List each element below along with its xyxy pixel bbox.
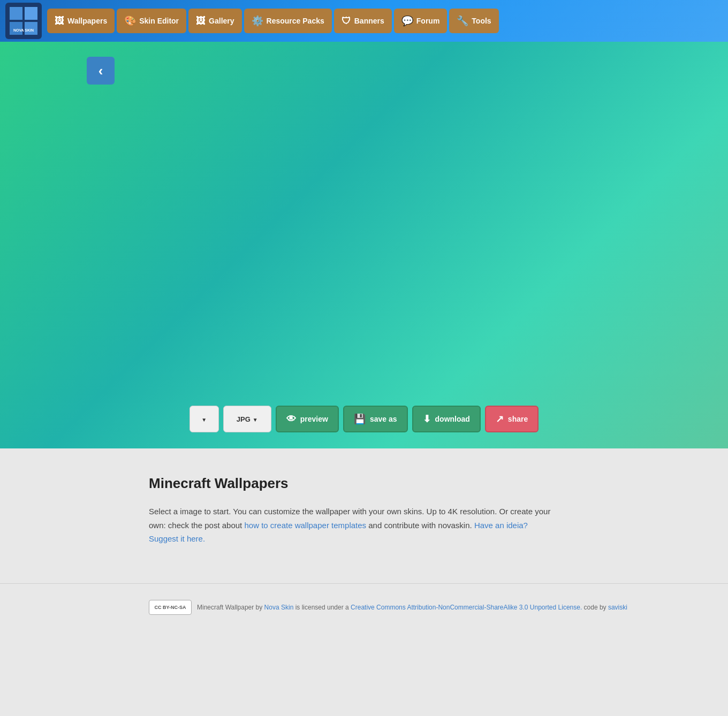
- format-selector[interactable]: JPG: [223, 406, 271, 432]
- desc-text-2: and contribute with novaskin.: [366, 521, 474, 530]
- format-label: JPG: [237, 415, 251, 423]
- nav-forum-label: Forum: [416, 17, 440, 25]
- footer: CC BY-NC-SA Minecraft Wallpaper by Nova …: [0, 583, 728, 631]
- cc-label: CC BY-NC-SA: [154, 605, 186, 610]
- nav-forum[interactable]: 💬 Forum: [394, 9, 448, 33]
- footer-suffix: code by: [582, 604, 608, 611]
- svg-rect-2: [25, 7, 37, 20]
- page-title: Minecraft Wallpapers: [149, 475, 289, 492]
- tools-icon: 🔧: [457, 15, 468, 27]
- share-button[interactable]: ↗ share: [485, 406, 539, 432]
- share-label: share: [508, 415, 528, 423]
- download-icon: ⬇: [423, 413, 431, 425]
- nav-banners[interactable]: 🛡 Banners: [334, 9, 392, 33]
- footer-prefix: Minecraft Wallpaper by: [197, 604, 264, 611]
- format-chevron-icon: [253, 415, 258, 423]
- logo: NOVA SKIN: [5, 3, 42, 39]
- size-selector[interactable]: [189, 406, 219, 432]
- nav-banners-label: Banners: [354, 17, 384, 25]
- save-icon: 💾: [354, 413, 366, 425]
- header: NOVA SKIN 🖼 Wallpapers 🎨 Skin Editor 🖼 G…: [0, 0, 728, 42]
- cc-logo: CC BY-NC-SA: [149, 600, 192, 615]
- bottom-toolbar: JPG 👁 preview 💾 save as ⬇ download ↗ sha…: [189, 406, 539, 432]
- back-button[interactable]: [87, 57, 115, 85]
- author-link[interactable]: saviski: [608, 604, 627, 611]
- download-button[interactable]: ⬇ download: [412, 406, 481, 432]
- save-as-button[interactable]: 💾 save as: [343, 406, 408, 432]
- nav-skin-editor[interactable]: 🎨 Skin Editor: [117, 9, 186, 33]
- canvas-area: JPG 👁 preview 💾 save as ⬇ download ↗ sha…: [0, 42, 728, 448]
- resource-packs-icon: ⚙️: [252, 15, 263, 27]
- save-as-label: save as: [370, 415, 397, 423]
- nav-wallpapers[interactable]: 🖼 Wallpapers: [47, 9, 115, 33]
- footer-mid: is licensed under a: [293, 604, 351, 611]
- preview-label: preview: [300, 415, 328, 423]
- chevron-left-icon: [98, 63, 103, 79]
- size-chevron-icon: [201, 415, 207, 423]
- wallpapers-icon: 🖼: [55, 16, 64, 27]
- nav-wallpapers-label: Wallpapers: [67, 17, 107, 25]
- nav-gallery[interactable]: 🖼 Gallery: [188, 9, 241, 33]
- main-nav: 🖼 Wallpapers 🎨 Skin Editor 🖼 Gallery ⚙️ …: [47, 9, 499, 33]
- skin-editor-icon: 🎨: [124, 15, 136, 27]
- preview-button[interactable]: 👁 preview: [276, 406, 339, 432]
- svg-text:NOVA SKIN: NOVA SKIN: [13, 28, 34, 32]
- nova-skin-link[interactable]: Nova Skin: [264, 604, 294, 611]
- banners-icon: 🛡: [342, 16, 351, 27]
- download-label: download: [435, 415, 470, 423]
- wallpaper-templates-link[interactable]: how to create wallpaper templates: [244, 521, 366, 530]
- gallery-icon: 🖼: [196, 16, 206, 27]
- preview-icon: 👁: [286, 414, 296, 425]
- nav-resource-packs-label: Resource Packs: [267, 17, 324, 25]
- nav-tools[interactable]: 🔧 Tools: [449, 9, 498, 33]
- nav-gallery-label: Gallery: [209, 17, 234, 25]
- license-link[interactable]: Creative Commons Attribution-NonCommerci…: [351, 604, 582, 611]
- nav-resource-packs[interactable]: ⚙️ Resource Packs: [244, 9, 332, 33]
- share-icon: ↗: [496, 413, 504, 425]
- info-section: Minecraft Wallpapers Select a image to s…: [0, 448, 728, 567]
- forum-icon: 💬: [401, 15, 413, 27]
- footer-text: Minecraft Wallpaper by Nova Skin is lice…: [197, 604, 627, 611]
- nav-tools-label: Tools: [472, 17, 491, 25]
- svg-rect-1: [10, 7, 22, 20]
- nav-skin-editor-label: Skin Editor: [139, 17, 179, 25]
- info-description: Select a image to start. You can customi…: [149, 505, 556, 546]
